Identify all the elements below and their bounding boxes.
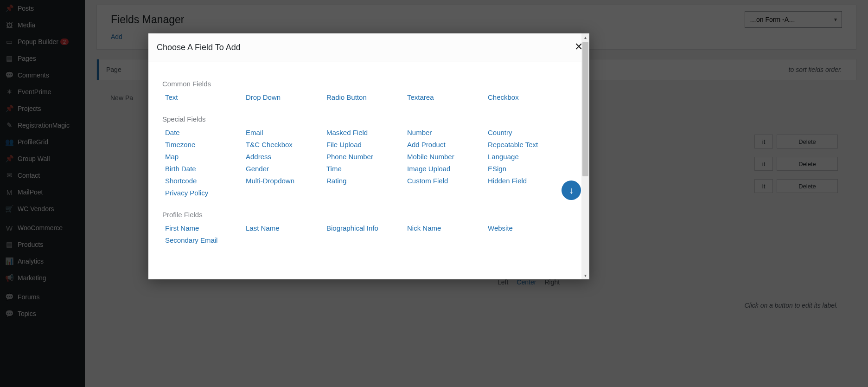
choose-field-modal: Choose A Field To Add ✕ Common FieldsTex… [148,33,589,279]
section-title: Common Fields [162,80,575,88]
field-type-drop-down[interactable]: Drop Down [243,93,324,101]
field-type-country[interactable]: Country [485,129,566,136]
modal-title: Choose A Field To Add [157,43,241,52]
section-title: Profile Fields [162,211,575,219]
field-type-address[interactable]: Address [243,153,324,161]
field-type-biographical-info[interactable]: Biographical Info [324,224,404,232]
scroll-thumb[interactable] [582,42,588,176]
field-type-nick-name[interactable]: Nick Name [404,224,485,232]
field-type-textarea[interactable]: Textarea [404,93,485,101]
field-grid: First NameLast NameBiographical InfoNick… [162,224,575,244]
field-type-date[interactable]: Date [162,129,243,136]
modal-body: Common FieldsTextDrop DownRadio ButtonTe… [148,62,589,279]
scroll-up-icon[interactable]: ▴ [581,33,589,41]
field-type-custom-field[interactable]: Custom Field [404,177,485,185]
field-type-image-upload[interactable]: Image Upload [404,165,485,173]
field-type-rating[interactable]: Rating [324,177,404,185]
field-type-checkbox[interactable]: Checkbox [485,93,566,101]
field-type-file-upload[interactable]: File Upload [324,141,404,148]
field-type-hidden-field[interactable]: Hidden Field [485,177,566,185]
modal-scrollbar[interactable]: ▴ ▾ [581,33,589,279]
field-type-first-name[interactable]: First Name [162,224,243,232]
field-grid: DateEmailMasked FieldNumberCountryTimezo… [162,129,575,197]
field-type-email[interactable]: Email [243,129,324,136]
field-type-repeatable-text[interactable]: Repeatable Text [485,141,566,148]
scroll-down-fab[interactable]: ↓ [562,181,581,200]
scroll-down-icon[interactable]: ▾ [581,271,589,279]
field-type-secondary-email[interactable]: Secondary Email [162,236,243,244]
field-type-time[interactable]: Time [324,165,404,173]
field-type-last-name[interactable]: Last Name [243,224,324,232]
field-type-shortcode[interactable]: Shortcode [162,177,243,185]
field-type-number[interactable]: Number [404,129,485,136]
field-type-multi-dropdown[interactable]: Multi-Dropdown [243,177,324,185]
field-type-t-c-checkbox[interactable]: T&C Checkbox [243,141,324,148]
field-type-gender[interactable]: Gender [243,165,324,173]
field-type-timezone[interactable]: Timezone [162,141,243,148]
arrow-down-icon: ↓ [569,185,574,196]
field-type-map[interactable]: Map [162,153,243,161]
field-type-website[interactable]: Website [485,224,566,232]
field-type-text[interactable]: Text [162,93,243,101]
field-grid: TextDrop DownRadio ButtonTextareaCheckbo… [162,93,575,101]
field-type-radio-button[interactable]: Radio Button [324,93,404,101]
field-type-mobile-number[interactable]: Mobile Number [404,153,485,161]
field-type-birth-date[interactable]: Birth Date [162,165,243,173]
section-title: Special Fields [162,115,575,123]
field-type-language[interactable]: Language [485,153,566,161]
field-type-esign[interactable]: ESign [485,165,566,173]
modal-header: Choose A Field To Add ✕ [148,33,589,62]
field-type-phone-number[interactable]: Phone Number [324,153,404,161]
field-type-masked-field[interactable]: Masked Field [324,129,404,136]
field-type-add-product[interactable]: Add Product [404,141,485,148]
field-type-privacy-policy[interactable]: Privacy Policy [162,189,243,197]
